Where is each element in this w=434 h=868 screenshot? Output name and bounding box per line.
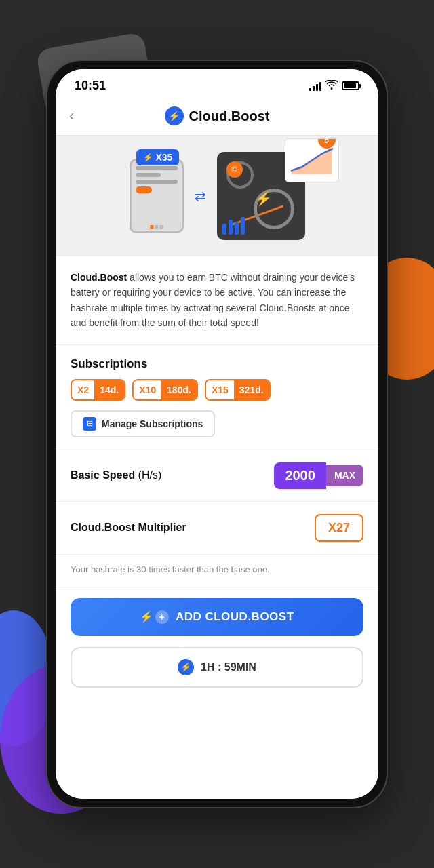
sub-badge-x10: X10 180d. (132, 379, 198, 401)
basic-speed-label: Basic Speed (H/s) (71, 469, 161, 481)
subscription-badges: X2 14d. X10 180d. X15 321d. (71, 379, 363, 401)
sub-badge-x10-days: 180d. (161, 380, 197, 399)
boost-multiplier: X35 (156, 152, 173, 163)
manage-subscriptions-icon: ⊞ (83, 417, 96, 431)
brand-name: Cloud.Boost (71, 272, 127, 283)
phone-device: ⚡ X35 (130, 159, 184, 233)
basic-speed-row: Basic Speed (H/s) 2000 MAX (56, 450, 378, 502)
c-coin-icon: © (226, 161, 243, 178)
hero-illustration: ⚡ X35 (130, 152, 305, 240)
wifi-icon (326, 80, 338, 92)
plus-icon: + (155, 610, 169, 624)
timer-label: 1H : 59MIN (201, 661, 256, 673)
sub-badge-x2-label: X2 (72, 380, 94, 399)
cta-section: ⚡ + ADD CLOUD.BOOST (56, 587, 378, 647)
mini-phone (130, 159, 184, 233)
phone-nav-dots (150, 225, 163, 229)
page-title: Cloud.Boost (189, 108, 270, 124)
add-boost-icon-wrap: ⚡ + (140, 610, 169, 624)
bolt-icon: ⚡ (255, 191, 272, 207)
bolt-badge-icon: ⚡ (143, 153, 153, 162)
cloud-boost-icon: ⚡ (165, 106, 184, 125)
timer-button[interactable]: ⚡ 1H : 59MIN (71, 647, 363, 688)
app-header: ‹ ⚡ Cloud.Boost (56, 98, 378, 136)
sub-badge-x15: X15 321d. (205, 379, 271, 401)
back-button[interactable]: ‹ (69, 107, 74, 125)
boost-badge: ⚡ X35 (136, 149, 180, 165)
sub-badge-x15-label: X15 (206, 380, 234, 399)
hero-section: ⚡ X35 (56, 136, 378, 256)
bolt-icon: ⚡ (140, 610, 154, 623)
hashrate-info: Your hashrate is 30 times faster than th… (56, 555, 378, 587)
description-section: Cloud.Boost allows you to earn BTC witho… (56, 256, 378, 345)
stats-section: Basic Speed (H/s) 2000 MAX Cloud.Boost M… (56, 450, 378, 555)
machine-bars (222, 217, 245, 235)
subscriptions-title: Subscriptions (71, 357, 363, 371)
battery-icon (342, 81, 359, 90)
status-icons (309, 80, 359, 92)
sub-badge-x10-label: X10 (134, 380, 161, 399)
multiplier-value: X27 (315, 514, 363, 542)
phone-frame: 10:51 (47, 61, 387, 807)
subscriptions-section: Subscriptions X2 14d. X10 180d. X15 321d… (56, 345, 378, 450)
basic-speed-max: MAX (326, 465, 363, 486)
add-boost-label: ADD CLOUD.BOOST (176, 610, 294, 624)
basic-speed-value: 2000 (274, 462, 326, 489)
sub-badge-x2-days: 14d. (94, 380, 124, 399)
add-cloud-boost-button[interactable]: ⚡ + ADD CLOUD.BOOST (71, 598, 363, 636)
multiplier-label: Cloud.Boost Multiplier (71, 521, 186, 534)
status-time: 10:51 (75, 79, 106, 93)
timer-section: ⚡ 1H : 59MIN (56, 647, 378, 701)
manage-subscriptions-label: Manage Subscriptions (102, 418, 203, 429)
svg-marker-0 (292, 149, 332, 174)
description-text: Cloud.Boost allows you to earn BTC witho… (71, 270, 363, 331)
timer-bolt-icon: ⚡ (178, 659, 194, 675)
signal-icon (309, 81, 321, 91)
hashrate-text: Your hashrate is 30 times faster than th… (71, 564, 363, 574)
gear-large-icon: ⚡ (254, 189, 294, 229)
content-scroll: ⚡ X35 (56, 136, 378, 799)
sub-badge-x15-days: 321d. (234, 380, 269, 399)
manage-subscriptions-button[interactable]: ⊞ Manage Subscriptions (71, 410, 215, 437)
status-bar: 10:51 (56, 69, 378, 98)
phone-screen: 10:51 (56, 69, 378, 799)
multiplier-row: Cloud.Boost Multiplier X27 (56, 502, 378, 555)
sync-arrows: ⇄ (195, 188, 206, 204)
chart-box: ₿ (285, 138, 339, 182)
basic-speed-value-wrap: 2000 MAX (274, 462, 363, 489)
sub-badge-x2: X2 14d. (71, 379, 125, 401)
